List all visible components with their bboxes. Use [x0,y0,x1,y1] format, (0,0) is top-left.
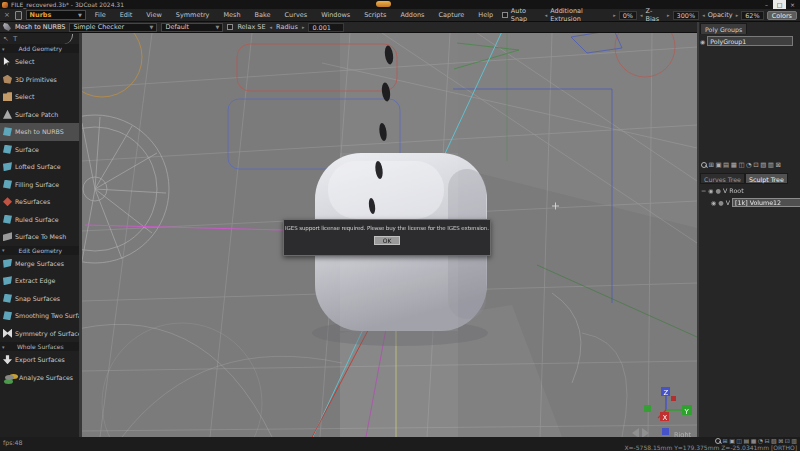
sidebar-item-filling-surface[interactable]: Filling Surface [0,176,82,194]
curve-stroke-icon[interactable] [64,34,73,44]
menu-scripts[interactable]: Scripts [359,11,391,19]
toggle-icon-9[interactable]: ⊠ [778,437,783,444]
section-edit-geometry[interactable]: ▾ Edit Geometry [0,246,82,255]
toggle-icon-4[interactable]: ▤ [743,437,749,444]
sidebar-item-ruled-surface[interactable]: Ruled Surface [0,211,82,229]
sidebar-item-mesh-to-nurbs[interactable]: Mesh to NURBS [0,123,82,141]
polygroup-item[interactable]: PolyGroup1 [707,36,793,46]
toggle-icon-6[interactable]: ◔ [758,437,763,444]
merge-icon[interactable]: ◫ [738,161,744,169]
rows-icon[interactable]: ▥ [768,161,774,169]
duplicate-icon[interactable]: ▣ [715,161,721,169]
eye-icon[interactable]: ◉ [700,38,705,45]
gizmo-green-handle[interactable] [644,405,651,412]
delete-icon[interactable]: ⊠ [776,161,781,169]
menu-mesh[interactable]: Mesh [218,11,245,19]
spinner-left-icon[interactable]: ◂ [270,24,273,30]
sidebar-item-analyze-surfaces[interactable]: Analyze Surfaces [0,369,82,387]
sidebar-item-extract-edge[interactable]: Extract Edge [0,272,82,290]
sidebar-item-surface-to-mesh[interactable]: Surface To Mesh [0,228,82,246]
section-whole-surfaces[interactable]: ▾ Whole Surfaces [0,342,82,351]
toggle-icon-5[interactable]: ▦ [751,437,757,444]
tab-sculpt-tree[interactable]: Sculpt Tree [745,173,788,184]
relax-se-checkbox[interactable] [227,24,233,30]
spinner-right-icon[interactable]: ▸ [613,12,616,18]
menu-addons[interactable]: Addons [395,11,429,19]
shade-icon[interactable]: ▧ [760,161,766,169]
toggle-icon-1[interactable]: ⊞ [723,437,728,444]
spinner-left-icon[interactable]: ◂ [545,12,548,18]
toggle-icon-10[interactable]: ⊡ [785,437,790,444]
vox-icon[interactable]: V [726,199,730,206]
ok-button[interactable]: OK [374,236,400,245]
menu-capture[interactable]: Capture [433,11,469,19]
colors-button[interactable]: Colors [767,11,797,20]
menu-file[interactable]: File [90,11,111,19]
spinner-right-icon[interactable]: ▸ [667,12,670,18]
gizmo-red-handle[interactable] [671,396,676,401]
sidebar-item-export-surfaces[interactable]: Export Surfaces [0,351,82,369]
sidebar-item-3d-primitives[interactable]: 3D Primitives [0,71,82,89]
eye-icon[interactable]: ◉ [708,187,713,194]
volume-item[interactable]: [1k] Volume12 [732,198,800,207]
spinner-right-icon[interactable]: ▸ [736,12,739,18]
checker-dropdown[interactable]: Simple Checker ▼ [69,23,157,32]
spinner-right-icon[interactable]: ▸ [302,24,305,30]
sidebar-item-surface-patch[interactable]: Surface Patch [0,106,82,124]
auto-snap-checkbox[interactable] [502,12,508,18]
expander-icon[interactable]: − [701,187,706,194]
search-icon[interactable] [701,162,707,168]
menu-edit[interactable]: Edit [115,11,138,19]
sidebar-item-select[interactable]: Select [0,53,82,71]
toggle-icon-2[interactable]: ▣ [729,437,735,444]
add-layer-icon[interactable]: ⊞ [709,161,714,169]
toggle-icon-8[interactable]: ▧ [771,437,777,444]
section-add-geometry[interactable]: ▾ Add Geometry [0,44,82,53]
box-icon[interactable]: ⊡ [753,161,758,169]
tab-poly-groups[interactable]: Poly Groups [700,23,747,34]
tree-row-volume[interactable]: ◉ ● V [1k] Volume12 [711,198,800,207]
sidebar-item-lofted-surface[interactable]: Lofted Surface [0,158,82,176]
toggle-icon-3[interactable]: ◫ [736,437,742,444]
sidebar-item-snap-surfaces[interactable]: Snap Surfaces [0,290,82,308]
toggle-icon-11[interactable]: ▥ [791,437,797,444]
menu-view[interactable]: View [141,11,166,19]
sidebar-item-surface[interactable]: Surface [0,141,82,159]
close-tool-icon[interactable]: × [3,11,11,19]
sidebar-item-smoothing-two-surfaces[interactable]: Smoothing Two Surfaces [0,307,82,325]
layers-icon[interactable]: ▤ [723,161,729,169]
viewport[interactable]: Z Y X Right IGES support license require… [82,33,697,437]
radius-value[interactable]: 0.001 [308,23,344,32]
opacity-value[interactable]: 62% [741,11,763,20]
text-tool-icon[interactable]: T [13,35,17,43]
menu-help[interactable]: Help [473,11,498,19]
tree-row-root[interactable]: − ◉ ● V Root [701,187,744,194]
gizmo-blue-handle[interactable] [662,428,669,435]
sidebar-item-resurfaces[interactable]: ReSurfaces [0,193,82,211]
tab-curves-tree[interactable]: Curves Tree [700,173,745,184]
room-mode-dropdown[interactable]: Nurbs ▼ [26,10,86,20]
visibility-icon[interactable]: ◔ [746,161,752,169]
eye-icon[interactable]: ◉ [711,199,716,206]
spinner-left-icon[interactable]: ◂ [702,12,705,18]
menu-symmetry[interactable]: Symmetry [171,11,215,19]
spinner-left-icon[interactable]: ◂ [640,12,643,18]
sidebar-item-symmetry-of-surface[interactable]: Symmetry of Surface [0,325,82,343]
toggle-icon-7[interactable]: ⊟ [765,437,770,444]
grid-icon[interactable]: ▦ [731,161,737,169]
sidebar-item-select-2[interactable]: Select [0,88,82,106]
menu-windows[interactable]: Windows [316,11,355,19]
polygroup-row[interactable]: ◉ PolyGroup1 [700,36,793,46]
menu-bake[interactable]: Bake [250,11,276,19]
extrusion-value[interactable]: 0% [619,11,637,20]
sphere-icon[interactable]: ● [716,187,722,194]
undo-stroke-icon[interactable]: ↖ [3,35,9,43]
document-icon[interactable] [15,11,22,20]
sphere-icon[interactable]: ● [718,199,724,206]
search-icon[interactable] [715,438,721,444]
preset-dropdown[interactable]: Default ▼ [161,23,223,32]
menu-curves[interactable]: Curves [280,11,313,19]
zbias-value[interactable]: 300% [673,11,700,20]
vox-icon[interactable]: V [723,187,727,194]
sidebar-item-merge-surfaces[interactable]: Merge Surfaces [0,255,82,273]
